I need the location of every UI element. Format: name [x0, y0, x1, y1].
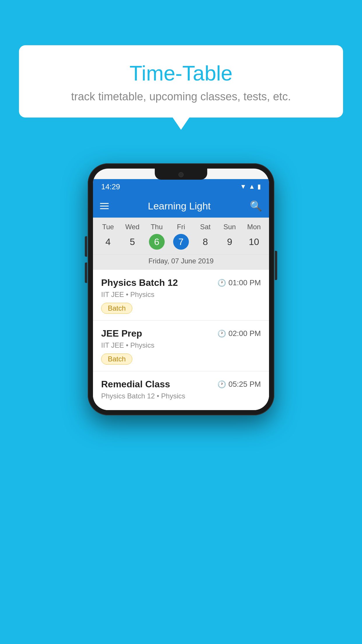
schedule-item-header: Physics Batch 12🕐01:00 PM	[101, 277, 261, 288]
clock-icon: 🕐	[217, 279, 226, 287]
front-camera	[178, 172, 184, 177]
hamburger-button[interactable]	[100, 203, 109, 209]
schedule-item-subtitle: Physics Batch 12 • Physics	[101, 392, 261, 400]
status-time: 14:29	[101, 182, 120, 191]
schedule-item-header: JEE Prep🕐02:00 PM	[101, 328, 261, 339]
time-text: 05:25 PM	[229, 380, 261, 389]
day-number[interactable]: 6	[149, 234, 165, 250]
day-number[interactable]: 5	[124, 234, 140, 250]
phone-screen: 14:29 ▼ ▲ ▮ Learning Light 🔍	[93, 169, 269, 410]
schedule-item[interactable]: JEE Prep🕐02:00 PMIIT JEE • PhysicsBatch	[93, 321, 269, 371]
schedule-item[interactable]: Physics Batch 12🕐01:00 PMIIT JEE • Physi…	[93, 270, 269, 321]
day-col-8[interactable]: Sat8	[193, 223, 217, 250]
day-name: Thu	[151, 223, 163, 231]
day-number[interactable]: 7	[173, 234, 189, 250]
search-icon[interactable]: 🔍	[250, 200, 262, 212]
app-header: Learning Light 🔍	[93, 194, 269, 218]
schedule-item-time: 🕐05:25 PM	[217, 380, 261, 389]
day-col-5[interactable]: Wed5	[120, 223, 144, 250]
bubble-title: Time-Table	[36, 61, 326, 85]
schedule-item-title: JEE Prep	[101, 328, 142, 339]
signal-icon: ▲	[249, 183, 255, 190]
time-text: 01:00 PM	[229, 278, 261, 287]
phone-outer: 14:29 ▼ ▲ ▮ Learning Light 🔍	[88, 163, 274, 415]
day-col-7[interactable]: Fri7	[169, 223, 193, 250]
speech-bubble-container: Time-Table track timetable, upcoming cla…	[19, 45, 343, 118]
day-col-6[interactable]: Thu6	[145, 223, 169, 250]
battery-icon: ▮	[257, 183, 261, 190]
day-name: Fri	[177, 223, 185, 231]
batch-badge: Batch	[101, 354, 132, 365]
phone-mockup: 14:29 ▼ ▲ ▮ Learning Light 🔍	[88, 163, 274, 415]
schedule-item-header: Remedial Class🕐05:25 PM	[101, 379, 261, 390]
schedule-item-subtitle: IIT JEE • Physics	[101, 290, 261, 299]
status-icons: ▼ ▲ ▮	[240, 183, 261, 190]
day-col-9[interactable]: Sun9	[217, 223, 242, 250]
schedule-item-subtitle: IIT JEE • Physics	[101, 341, 261, 349]
day-name: Sun	[223, 223, 236, 231]
schedule-list: Physics Batch 12🕐01:00 PMIIT JEE • Physi…	[93, 270, 269, 410]
bubble-subtitle: track timetable, upcoming classes, tests…	[36, 90, 326, 103]
schedule-item[interactable]: Remedial Class🕐05:25 PMPhysics Batch 12 …	[93, 371, 269, 410]
day-number[interactable]: 10	[246, 234, 262, 250]
days-row: Tue4Wed5Thu6Fri7Sat8Sun9Mon10	[93, 223, 269, 253]
day-col-10[interactable]: Mon10	[242, 223, 266, 250]
phone-notch	[155, 169, 207, 180]
day-number[interactable]: 4	[100, 234, 116, 250]
time-text: 02:00 PM	[229, 329, 261, 338]
status-bar: 14:29 ▼ ▲ ▮	[93, 179, 269, 194]
day-number[interactable]: 8	[197, 234, 213, 250]
day-name: Sat	[200, 223, 210, 231]
batch-badge: Batch	[101, 303, 132, 314]
calendar-header: Tue4Wed5Thu6Fri7Sat8Sun9Mon10 Friday, 07…	[93, 218, 269, 270]
schedule-item-time: 🕐02:00 PM	[217, 329, 261, 338]
day-number[interactable]: 9	[222, 234, 238, 250]
day-name: Mon	[247, 223, 261, 231]
day-col-4[interactable]: Tue4	[96, 223, 120, 250]
day-name: Wed	[125, 223, 140, 231]
clock-icon: 🕐	[217, 330, 226, 338]
day-name: Tue	[102, 223, 114, 231]
clock-icon: 🕐	[217, 380, 226, 388]
schedule-item-time: 🕐01:00 PM	[217, 278, 261, 287]
wifi-icon: ▼	[240, 183, 246, 190]
speech-bubble: Time-Table track timetable, upcoming cla…	[19, 45, 343, 118]
schedule-item-title: Remedial Class	[101, 379, 170, 390]
schedule-item-title: Physics Batch 12	[101, 277, 178, 288]
selected-date-label: Friday, 07 June 2019	[93, 254, 269, 270]
app-title: Learning Light	[148, 200, 211, 212]
